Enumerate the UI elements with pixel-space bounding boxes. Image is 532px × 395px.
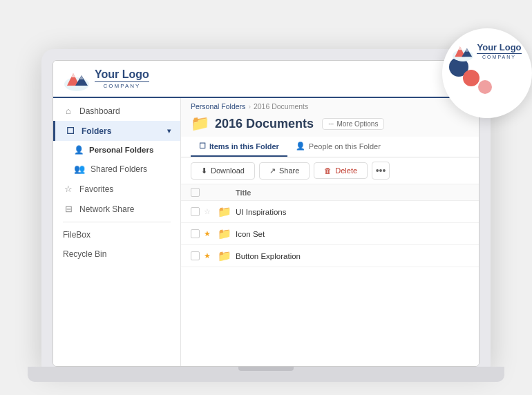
folder-title-bar: 📁 2016 Documents ··· More Options: [181, 112, 479, 137]
sidebar-item-network-share[interactable]: ⊟ Network Share: [53, 199, 180, 219]
logo-badge: Your Logo COMPANY: [442, 28, 532, 118]
delete-button[interactable]: 🗑 Delete: [314, 162, 368, 179]
logo-company: COMPANY: [95, 83, 149, 89]
sidebar-label-dashboard: Dashboard: [79, 106, 120, 116]
logo-name: Your Logo: [95, 68, 149, 81]
breadcrumb-sep: ›: [248, 102, 251, 110]
folder-icon-3: 📁: [218, 249, 231, 262]
sidebar-item-filebox[interactable]: FileBox: [53, 225, 180, 244]
sidebar-divider: [63, 222, 171, 222]
trash-icon: 🗑: [324, 166, 332, 175]
sidebar-label-shared: Shared Folders: [91, 164, 147, 174]
star-icon-2[interactable]: ★: [204, 229, 213, 238]
action-more-button[interactable]: •••: [372, 162, 390, 180]
logo-icon: [64, 66, 89, 91]
laptop-frame: Your Logo COMPANY ⌂ Dashboard ☐: [41, 49, 491, 367]
breadcrumb-current: 2016 Documents: [254, 102, 308, 110]
network-icon: ⊟: [63, 204, 74, 214]
tab-people-label: People on this Folder: [309, 142, 381, 151]
main-content: Personal Folders › 2016 Documents 📁 2016…: [181, 98, 479, 366]
tab-items-label: Items in this Folder: [209, 142, 279, 151]
folder-icon-2: 📁: [218, 227, 231, 240]
person-icon: 👤: [74, 145, 84, 155]
more-options-label: More Options: [336, 120, 378, 128]
color-dot-coral: [463, 70, 479, 86]
dots-icon: ···: [328, 120, 334, 128]
download-label: Download: [211, 166, 245, 175]
title-column-header: Title: [236, 189, 251, 197]
select-all-checkbox[interactable]: [191, 188, 200, 197]
sidebar-item-recycle-bin[interactable]: Recycle Bin: [53, 244, 180, 264]
tab-people-on-folder[interactable]: 👤 People on this Folder: [287, 137, 389, 157]
people-icon: 👥: [74, 164, 85, 174]
file-name-3: Button Exploration: [236, 252, 301, 260]
sidebar-item-favorites[interactable]: ☆ Favorites: [53, 179, 180, 199]
star-icon-3[interactable]: ★: [204, 251, 213, 260]
sidebar-label-folders: Folders: [82, 126, 111, 136]
sidebar-label-recycle: Recycle Bin: [63, 249, 106, 259]
folder-title: 2016 Documents: [215, 117, 314, 131]
file-checkbox-2[interactable]: [191, 229, 200, 238]
sidebar-item-personal-folders[interactable]: 👤 Personal Folders: [53, 141, 180, 159]
people-tab-icon: 👤: [296, 142, 305, 151]
share-button[interactable]: ↗ Share: [259, 162, 310, 180]
folder-tab-icon: ☐: [199, 142, 206, 151]
action-bar: ⬇ Download ↗ Share 🗑 Delete •••: [181, 157, 479, 184]
sidebar-label-favorites: Favorites: [79, 184, 113, 194]
share-label: Share: [279, 166, 299, 175]
folder-large-icon: 📁: [191, 115, 209, 133]
badge-mountain-icon: [453, 41, 473, 61]
file-list: Title ☆ 📁 UI Inspirations ★ 📁: [181, 184, 479, 366]
chevron-down-icon: ▾: [167, 127, 171, 135]
app-screen: Your Logo COMPANY ⌂ Dashboard ☐: [53, 60, 479, 367]
laptop-base: [28, 367, 504, 382]
badge-company: COMPANY: [477, 55, 521, 59]
file-row[interactable]: ★ 📁 Button Exploration: [181, 245, 479, 267]
breadcrumb-personal[interactable]: Personal Folders: [191, 102, 245, 110]
home-icon: ⌂: [63, 106, 74, 116]
sidebar: ⌂ Dashboard ☐ Folders ▾ 👤 Personal Folde…: [53, 98, 181, 366]
badge-logo-name: Your Logo: [477, 43, 521, 52]
sidebar-item-shared-folders[interactable]: 👥 Shared Folders: [53, 159, 180, 179]
logo-area: Your Logo COMPANY: [64, 66, 149, 91]
folder-icon-1: 📁: [218, 205, 231, 218]
color-dot-pink: [478, 80, 492, 94]
file-row[interactable]: ★ 📁 Icon Set: [181, 223, 479, 245]
file-list-header: Title: [181, 184, 479, 201]
share-icon: ↗: [269, 166, 276, 175]
file-name-1: UI Inspirations: [236, 208, 287, 216]
logo-text: Your Logo COMPANY: [95, 68, 149, 89]
more-options-button[interactable]: ··· More Options: [322, 118, 384, 130]
delete-label: Delete: [335, 166, 357, 175]
star-outline-icon: ☆: [63, 184, 74, 194]
app-header: Your Logo COMPANY: [53, 61, 479, 98]
download-icon: ⬇: [201, 166, 207, 175]
more-dots-icon: •••: [376, 165, 386, 176]
breadcrumb: Personal Folders › 2016 Documents: [181, 98, 479, 112]
sidebar-item-dashboard[interactable]: ⌂ Dashboard: [53, 101, 180, 121]
file-name-2: Icon Set: [236, 230, 265, 238]
file-checkbox-1[interactable]: [191, 207, 200, 216]
sidebar-label-network: Network Share: [79, 204, 134, 214]
logo-divider: [95, 81, 149, 82]
folder-icon: ☐: [65, 126, 76, 136]
star-icon-1[interactable]: ☆: [204, 207, 213, 216]
sidebar-label-filebox: FileBox: [63, 230, 91, 240]
download-button[interactable]: ⬇ Download: [191, 162, 255, 180]
folder-tabs: ☐ Items in this Folder 👤 People on this …: [181, 137, 479, 157]
file-checkbox-3[interactable]: [191, 251, 200, 260]
badge-logo-text: Your Logo COMPANY: [477, 43, 521, 59]
tab-items-in-folder[interactable]: ☐ Items in this Folder: [191, 137, 287, 157]
file-row[interactable]: ☆ 📁 UI Inspirations: [181, 201, 479, 223]
sidebar-label-personal: Personal Folders: [89, 146, 153, 154]
sidebar-item-folders[interactable]: ☐ Folders ▾: [53, 121, 180, 141]
badge-divider: [477, 53, 521, 54]
app-body: ⌂ Dashboard ☐ Folders ▾ 👤 Personal Folde…: [53, 98, 479, 366]
